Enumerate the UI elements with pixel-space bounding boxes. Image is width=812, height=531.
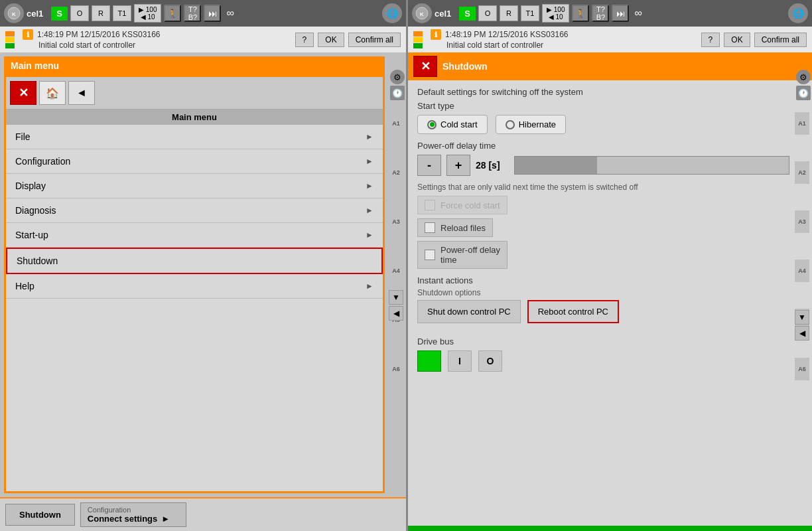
left-play-btn[interactable]: ▶ 100 ◀ 10 [134,4,161,23]
left-a4-label: A4 [389,260,403,282]
left-confirm-btn[interactable]: Confirm all [348,33,401,47]
right-tool-icon[interactable]: T?B? [592,5,609,22]
power-off-delay-label: Power-off delay time [417,141,789,151]
left-color-bars [5,31,15,48]
menu-item-configuration[interactable]: Configuration ► [6,149,383,174]
left-r-btn[interactable]: R [92,5,110,21]
menu-items-list: File ► Configuration ► Display ► Diagnos… [6,125,383,491]
right-a2-label: A2 [795,161,809,184]
left-t1-btn[interactable]: T1 [113,5,131,21]
left-question-btn[interactable]: ? [295,33,314,47]
right-clock-icon[interactable]: 🕐 [796,86,811,100]
menu-item-display[interactable]: Display ► [6,174,383,198]
right-bottom-status [408,526,812,531]
right-scroll-btns: ▼ ◀ [795,310,812,341]
right-ok-btn[interactable]: OK [724,33,750,47]
power-off-delay-checkbox[interactable] [425,250,435,260]
right-walk-icon[interactable]: 🚶 [572,5,589,22]
svg-text:K: K [12,11,16,17]
right-sidebar: ⚙ 🕐 A1 A2 A3 A4 A5 A6 ▼ ◀ [795,70,812,380]
hibernate-radio[interactable]: Hibernate [496,115,566,134]
drive-off-btn[interactable]: O [478,350,502,372]
right-question-btn[interactable]: ? [701,33,720,47]
right-a3-label: A3 [795,210,809,233]
menu-home-btn[interactable]: 🏠 [39,81,66,105]
left-up-btn[interactable]: ◀ [389,306,403,321]
menu-back-btn[interactable]: ◄ [68,81,95,105]
config-main: Connect settings ► [88,514,179,524]
delay-row: - + 28 [s] [417,155,789,176]
reload-files-row: Reload files [417,218,789,237]
menu-item-file[interactable]: File ► [6,125,383,149]
right-globe-icon: 🌐 [788,3,808,23]
power-off-delay-checkbox-btn[interactable]: Power-off delaytime [417,241,508,269]
menu-item-startup[interactable]: Start-up ► [6,223,383,248]
reload-files-checkbox-btn[interactable]: Reload files [417,218,493,237]
cold-start-radio[interactable]: Cold start [417,115,488,134]
right-status-btn[interactable]: S [459,7,476,21]
config-bottom-btn[interactable]: Configuration Connect settings ► [80,502,186,527]
left-info-bar: ℹ 1:48:19 PM 12/15/2016 KSS03166 Initial… [0,27,406,52]
start-type-radio-group: Cold start Hibernate [417,115,789,134]
shutdown-cancel-btn[interactable]: ✕ [413,56,437,77]
menu-item-help[interactable]: Help ► [6,274,383,299]
default-settings-label: Default settings for switching off the s… [417,87,789,97]
right-infinity-btn[interactable]: ∞ [632,7,644,19]
svg-text:K: K [420,11,424,17]
next-time-section: Settings that are only valid next time t… [417,183,789,269]
drive-bus-title: Drive bus [417,337,789,346]
right-sidebar-icons: ⚙ 🕐 [795,70,812,102]
hibernate-label: Hibernate [519,119,556,129]
left-top-bar: K cel1 S O R T1 ▶ 100 ◀ 10 🚶 T?B? ⏭ ∞ 🌐 [0,0,406,27]
left-infinity-btn[interactable]: ∞ [224,7,236,19]
right-color-bars [413,31,423,48]
menu-cancel-btn[interactable]: ✕ [10,81,36,105]
left-walk-icon[interactable]: 🚶 [164,5,181,22]
left-tool-icon[interactable]: T?B? [184,5,201,22]
cold-start-label: Cold start [440,119,478,129]
shutdown-control-pc-btn[interactable]: Shut down control PC [417,300,521,323]
menu-item-diagnosis[interactable]: Diagnosis ► [6,198,383,223]
left-gear-icon[interactable]: ⚙ [390,70,405,84]
right-title: cel1 [435,9,451,19]
left-scroll-btns: ▼ ◀ [389,290,406,321]
left-clock-icon[interactable]: 🕐 [390,86,405,100]
left-o-btn[interactable]: O [70,5,89,21]
drive-on-btn[interactable]: I [448,350,472,372]
right-t1-btn[interactable]: T1 [521,5,539,21]
left-arrow-icon[interactable]: ⏭ [204,5,221,22]
delay-minus-btn[interactable]: - [417,155,441,176]
next-time-label: Settings that are only valid next time t… [417,183,789,192]
right-confirm-btn[interactable]: Confirm all [754,33,807,47]
right-left-btn[interactable]: ◀ [795,326,809,341]
left-a2-label: A2 [389,161,403,184]
right-down-btn[interactable]: ▼ [795,310,809,325]
reboot-control-pc-btn[interactable]: Reboot control PC [527,300,619,323]
left-ok-btn[interactable]: OK [318,33,344,47]
shutdown-bottom-btn[interactable]: Shutdown [5,504,75,526]
right-arrow-icon[interactable]: ⏭ [612,5,629,22]
left-down-btn[interactable]: ▼ [389,290,403,305]
right-a1-label: A1 [795,112,809,135]
instant-actions-title: Instant actions [417,275,789,285]
right-play-btn[interactable]: ▶ 100 ◀ 10 [542,4,569,23]
left-bottom-bar: Shutdown Configuration Connect settings … [0,497,406,531]
main-menu-header: Main menu [4,56,385,75]
right-subtitle: Initial cold start of controller [446,40,568,50]
start-type-label: Start type [417,101,789,111]
right-a6-label: A6 [795,358,809,380]
delay-plus-btn[interactable]: + [446,155,470,176]
right-info-bar: ℹ 1:48:19 PM 12/15/2016 KSS03166 Initial… [408,27,812,52]
right-gear-icon[interactable]: ⚙ [796,70,811,84]
left-sidebar-icons: ⚙ 🕐 [389,70,406,102]
menu-item-shutdown[interactable]: Shutdown [6,248,383,274]
left-status-btn[interactable]: S [51,7,68,21]
right-o-btn[interactable]: O [478,5,497,21]
right-a4-label: A4 [795,260,809,282]
right-timestamp: 1:48:19 PM 12/15/2016 KSS03166 [445,30,568,39]
right-info-icon: ℹ [431,29,441,40]
right-r-btn[interactable]: R [500,5,518,21]
force-cold-start-label: Force cold start [440,200,500,210]
reload-files-checkbox[interactable] [425,222,435,233]
delay-slider[interactable] [514,156,789,175]
